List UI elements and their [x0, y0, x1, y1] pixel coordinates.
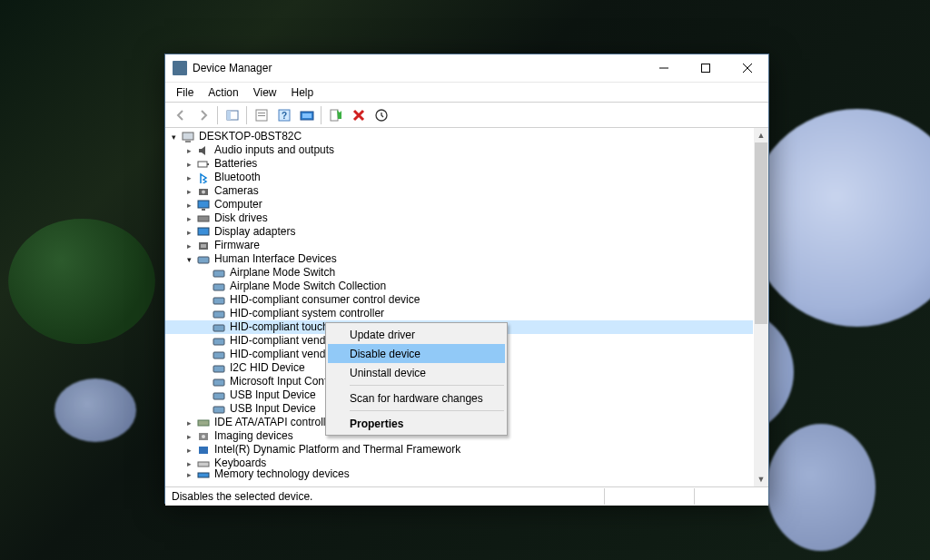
- forward-button[interactable]: [192, 104, 214, 126]
- tree-node[interactable]: ▸Memory technology devices: [165, 470, 754, 478]
- svg-rect-10: [331, 110, 338, 121]
- bg-flower: [748, 109, 930, 327]
- tree-node[interactable]: ▾Human Interface Devices: [165, 252, 754, 266]
- device-label: Intel(R) Dynamic Platform and Thermal Fr…: [214, 443, 460, 457]
- expand-icon[interactable]: ▸: [183, 213, 194, 224]
- help-button[interactable]: ?: [272, 104, 295, 126]
- svg-text:?: ?: [281, 111, 286, 121]
- svg-rect-36: [198, 420, 209, 426]
- bg-leaf: [0, 201, 168, 362]
- back-button[interactable]: [169, 104, 192, 126]
- device-label: DESKTOP-0BST82C: [199, 130, 302, 143]
- device-label: USB Input Device: [230, 388, 316, 402]
- expand-icon[interactable]: ▸: [183, 418, 194, 428]
- expand-icon[interactable]: ▸: [183, 445, 194, 456]
- show-tree-button[interactable]: [221, 104, 243, 126]
- statusbar: Disables the selected device.: [165, 486, 768, 506]
- tree-node[interactable]: Airplane Mode Switch: [165, 266, 754, 280]
- maximize-button[interactable]: [685, 54, 727, 82]
- svg-rect-4: [258, 113, 265, 113]
- context-menu-item[interactable]: Properties: [328, 414, 505, 433]
- svg-point-38: [202, 435, 205, 438]
- device-label: Airplane Mode Switch Collection: [230, 280, 386, 293]
- device-label: Human Interface Devices: [214, 252, 337, 266]
- svg-rect-0: [702, 64, 710, 73]
- tree-node[interactable]: ▸Audio inputs and outputs: [165, 143, 754, 157]
- menu-action[interactable]: Action: [201, 84, 245, 101]
- tree-node[interactable]: ▸Computer: [165, 198, 754, 211]
- tree-node[interactable]: ▸Intel(R) Dynamic Platform and Thermal F…: [165, 443, 754, 457]
- tree-node[interactable]: ▾DESKTOP-0BST82C: [165, 130, 754, 143]
- device-icon: [196, 172, 211, 184]
- device-icon: [212, 403, 226, 416]
- bg-flower: [767, 424, 876, 551]
- svg-rect-12: [183, 133, 193, 140]
- tree-node[interactable]: HID-compliant system controller: [165, 307, 754, 320]
- svg-rect-21: [198, 228, 209, 235]
- expand-icon[interactable]: ▸: [183, 241, 194, 251]
- scroll-up-icon[interactable]: ▲: [754, 128, 768, 142]
- tree-node[interactable]: ▸Bluetooth: [165, 171, 754, 184]
- scroll-down-icon[interactable]: ▼: [754, 472, 768, 486]
- tree-node[interactable]: ▸Firmware: [165, 239, 754, 252]
- tree-node[interactable]: ▸Disk drives: [165, 211, 754, 225]
- menubar: FileActionViewHelp: [165, 83, 768, 103]
- tree-node[interactable]: Airplane Mode Switch Collection: [165, 280, 754, 293]
- scrollbar[interactable]: ▲ ▼: [753, 128, 768, 486]
- expand-icon[interactable]: ▸: [183, 458, 194, 469]
- svg-rect-40: [198, 462, 209, 467]
- status-cell: [695, 488, 766, 505]
- svg-rect-27: [213, 298, 224, 304]
- uninstall-button[interactable]: [347, 104, 370, 126]
- device-icon: [196, 444, 211, 457]
- spacer: [199, 336, 210, 347]
- update-driver-button[interactable]: [370, 104, 392, 126]
- tree-node[interactable]: ▸Batteries: [165, 157, 754, 171]
- expand-icon[interactable]: ▾: [183, 254, 194, 265]
- menu-help[interactable]: Help: [284, 84, 322, 101]
- svg-rect-23: [201, 244, 206, 248]
- expand-icon[interactable]: ▸: [183, 469, 194, 480]
- tree-node[interactable]: HID-compliant consumer control device: [165, 293, 754, 307]
- menu-view[interactable]: View: [246, 84, 284, 101]
- status-text: Disables the selected device.: [168, 488, 605, 505]
- expand-icon[interactable]: ▸: [183, 431, 194, 442]
- svg-rect-2: [227, 111, 231, 120]
- close-button[interactable]: [727, 54, 768, 82]
- expand-icon[interactable]: ▸: [183, 172, 194, 183]
- svg-rect-35: [213, 407, 224, 413]
- titlebar[interactable]: Device Manager: [165, 54, 768, 83]
- svg-rect-20: [198, 216, 209, 221]
- spacer: [199, 404, 210, 415]
- context-menu-item[interactable]: Scan for hardware changes: [328, 388, 505, 408]
- tree-node[interactable]: ▸Display adapters: [165, 225, 754, 239]
- svg-rect-32: [213, 366, 224, 372]
- expand-icon[interactable]: ▸: [183, 159, 194, 170]
- context-menu-item[interactable]: Update driver: [328, 325, 505, 344]
- menu-separator: [350, 410, 504, 411]
- svg-rect-33: [213, 379, 224, 386]
- scan-hardware-button[interactable]: [295, 104, 318, 126]
- expand-icon[interactable]: ▸: [183, 186, 194, 197]
- svg-rect-9: [302, 113, 312, 118]
- minimize-button[interactable]: [643, 54, 685, 82]
- enable-button[interactable]: [324, 104, 347, 126]
- scroll-thumb[interactable]: [755, 142, 767, 324]
- expand-icon[interactable]: ▸: [183, 227, 194, 238]
- device-icon: [196, 226, 211, 239]
- expand-icon[interactable]: ▸: [183, 145, 194, 156]
- context-menu-item[interactable]: Uninstall device: [328, 363, 505, 382]
- expand-icon[interactable]: ▸: [183, 200, 194, 211]
- device-icon: [212, 321, 226, 334]
- device-label: Bluetooth: [214, 171, 261, 184]
- properties-button[interactable]: [250, 104, 272, 126]
- spacer: [199, 281, 210, 292]
- context-menu-item[interactable]: Disable device: [328, 344, 505, 363]
- spacer: [199, 363, 210, 374]
- device-label: Firmware: [214, 239, 260, 252]
- expand-icon[interactable]: ▾: [168, 132, 179, 142]
- menu-file[interactable]: File: [169, 84, 201, 101]
- tree-node[interactable]: ▸Cameras: [165, 184, 754, 198]
- window-title: Device Manager: [193, 62, 272, 74]
- svg-rect-26: [213, 284, 224, 290]
